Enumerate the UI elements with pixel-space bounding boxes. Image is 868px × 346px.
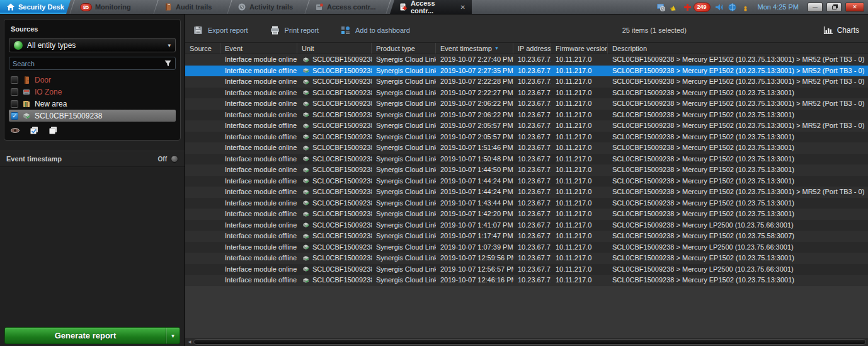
unit-icon [302, 188, 310, 196]
table-row[interactable]: Interface module onlineSCL0CBF15009238Sy… [185, 142, 868, 154]
tab-activity-trails[interactable]: Activity trails [231, 0, 306, 14]
sources-title: Sources [11, 25, 176, 33]
checkbox-checked[interactable]: ✓ [11, 112, 18, 120]
user-session-icon[interactable] [741, 3, 750, 12]
table-row[interactable]: Interface module onlineSCL0CBF15009238Sy… [185, 54, 868, 66]
checkbox-unchecked[interactable] [11, 76, 18, 84]
clock: Mon 4:25 PM [758, 3, 799, 11]
column-header-event-timestamp[interactable]: Event timestamp▼ [436, 43, 513, 54]
cell-event: Interface module offline [220, 66, 297, 77]
cell-unit: SCL0CBF15009238 [297, 198, 372, 209]
cell-source [185, 142, 220, 154]
unit-icon [302, 89, 310, 96]
report-pane: Export report Print report Add to dashbo… [185, 14, 868, 346]
charts-button[interactable]: Charts [823, 26, 859, 35]
cell-ip-address: 10.23.67.71 [513, 88, 551, 99]
speaker-icon[interactable] [714, 3, 724, 12]
filter-icon[interactable] [164, 59, 172, 67]
cell-timestamp: 2019-10-07 12:46:16 PM [436, 275, 513, 286]
export-report-button[interactable]: Export report [193, 25, 248, 35]
table-row[interactable]: Interface module offlineSCL0CBF15009238S… [185, 187, 868, 198]
tree-item-label: New area [35, 100, 67, 108]
cell-source [185, 164, 220, 176]
tab-security-desk[interactable]: Security Desk [0, 0, 71, 14]
health-alert-icon[interactable] [683, 3, 692, 12]
tab-audit-trails[interactable]: Audit trails [157, 0, 228, 14]
table-row[interactable]: Interface module onlineSCL0CBF15009238Sy… [185, 264, 868, 275]
cell-product-type: Synergis Cloud Link [372, 76, 436, 88]
cell-ip-address: 10.23.67.71 [513, 231, 551, 242]
scrollbar-thumb[interactable] [193, 339, 866, 345]
column-header-unit[interactable]: Unit [297, 43, 372, 54]
generate-report-dropdown[interactable]: ▾ [166, 328, 180, 343]
tree-item-unit[interactable]: ✓ SCL0CBF15009238 [9, 110, 176, 122]
table-row[interactable]: Interface module onlineSCL0CBF15009238Sy… [185, 110, 868, 121]
scroll-left-icon[interactable]: ◄ [187, 340, 192, 345]
table-row[interactable]: Interface module offlineSCL0CBF15009238S… [185, 120, 868, 132]
tree-item-label: SCL0CBF15009238 [35, 112, 102, 120]
tab-access-control-active[interactable]: Access contr... ✕ [390, 0, 472, 14]
alarm-count-badge[interactable]: 249 [694, 3, 711, 12]
cell-description: SCL0CBF15009238 > Mercury EP1502 (10.23.… [608, 198, 868, 209]
table-row[interactable]: Interface module onlineSCL0CBF15009238Sy… [185, 220, 868, 231]
table-row[interactable]: Interface module offlineSCL0CBF15009238S… [185, 242, 868, 253]
tab-close-icon[interactable]: ✕ [460, 4, 465, 11]
cell-timestamp: 2019-10-07 1:50:48 PM [436, 154, 513, 165]
column-header-event[interactable]: Event [220, 43, 297, 54]
table-row[interactable]: Interface module offlineSCL0CBF15009238S… [185, 176, 868, 187]
cell-product-type: Synergis Cloud Link [372, 164, 436, 176]
table-row[interactable]: Interface module offlineSCL0CBF15009238S… [185, 132, 868, 143]
add-to-dashboard-button[interactable]: Add to dashboard [340, 25, 410, 35]
table-row[interactable]: Interface module onlineSCL0CBF15009238Sy… [185, 198, 868, 209]
generate-report-button[interactable]: Generate report ▾ [4, 327, 180, 344]
column-header-description[interactable]: Description [608, 43, 868, 54]
entity-type-dropdown[interactable]: All entity types ▾ [9, 38, 176, 52]
table-row[interactable]: Interface module offlineSCL0CBF15009238S… [185, 231, 868, 242]
table-row[interactable]: Interface module offlineSCL0CBF15009238S… [185, 66, 868, 77]
cell-product-type: Synergis Cloud Link [372, 275, 436, 286]
column-header-source[interactable]: Source [185, 43, 220, 54]
close-button[interactable]: ✕ [845, 3, 864, 12]
checkbox-unchecked[interactable] [11, 100, 18, 108]
table-row[interactable]: Interface module onlineSCL0CBF15009238Sy… [185, 98, 868, 110]
horizontal-scrollbar[interactable]: ◄ [185, 338, 868, 346]
column-header-product-type[interactable]: Product type [372, 43, 436, 54]
toggle-knob[interactable] [171, 155, 178, 163]
remote-monitor-icon[interactable] [656, 3, 666, 12]
cell-firmware: 10.11.217.0 [551, 66, 608, 77]
tab-monitoring[interactable]: 85 Monitoring [74, 0, 154, 14]
table-row[interactable]: Interface module offlineSCL0CBF15009238S… [185, 253, 868, 264]
cell-unit: SCL0CBF15009238 [297, 164, 372, 176]
cell-event: Interface module offline [220, 242, 297, 253]
column-header-ip-address[interactable]: IP address [513, 43, 551, 54]
table-row[interactable]: Interface module onlineSCL0CBF15009238Sy… [185, 164, 868, 176]
eye-icon[interactable] [10, 126, 20, 135]
print-report-button[interactable]: Print report [270, 25, 319, 35]
tree-item-new-area[interactable]: New area [9, 98, 176, 110]
globe-icon[interactable] [728, 3, 737, 12]
horn-muted-icon[interactable] [670, 3, 679, 12]
table-row[interactable]: Interface module offlineSCL0CBF15009238S… [185, 209, 868, 220]
cell-event: Interface module offline [220, 132, 297, 143]
clear-selection-icon[interactable] [48, 126, 58, 135]
tab-access-control-1[interactable]: Access contr... [309, 0, 387, 14]
cell-unit: SCL0CBF15009238 [297, 242, 372, 253]
search-input[interactable] [13, 60, 164, 67]
table-row[interactable]: Interface module onlineSCL0CBF15009238Sy… [185, 88, 868, 99]
checkbox-unchecked[interactable] [11, 88, 18, 96]
table-row[interactable]: Interface module onlineSCL0CBF15009238Sy… [185, 76, 868, 88]
column-header-firmware-version[interactable]: Firmware version [551, 43, 608, 54]
restore-button[interactable] [826, 3, 842, 12]
event-timestamp-section[interactable]: Event timestamp Off [0, 151, 185, 167]
cell-unit: SCL0CBF15009238 [297, 264, 372, 275]
cell-firmware: 10.11.217.0 [551, 88, 608, 99]
select-all-icon[interactable] [29, 126, 39, 135]
minimize-button[interactable]: — [808, 3, 823, 12]
app-window: Security Desk 85 Monitoring Audit trails… [0, 0, 868, 346]
table-row[interactable]: Interface module offlineSCL0CBF15009238S… [185, 275, 868, 286]
tree-item-door[interactable]: Door [9, 74, 176, 86]
cell-unit: SCL0CBF15009238 [297, 253, 372, 264]
tree-item-io-zone[interactable]: IO Zone [9, 86, 176, 98]
unit-icon [302, 166, 310, 174]
table-row[interactable]: Interface module offlineSCL0CBF15009238S… [185, 154, 868, 165]
